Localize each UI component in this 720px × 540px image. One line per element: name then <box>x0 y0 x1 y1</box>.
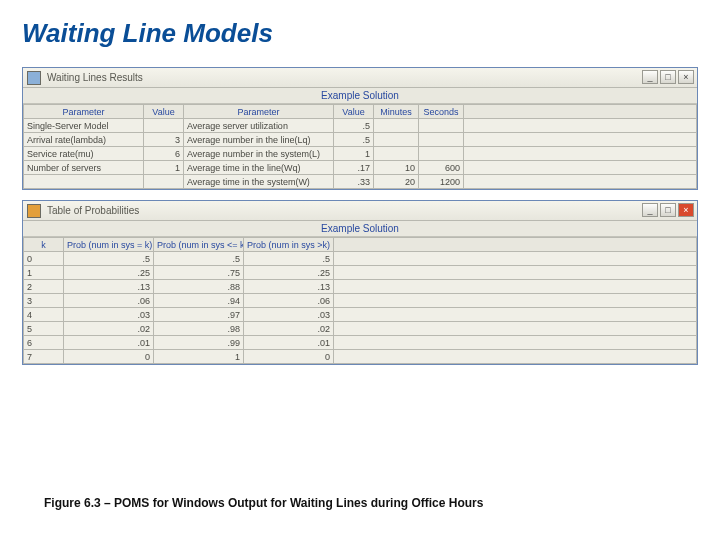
table-row: 6.01.99.01 <box>24 336 697 350</box>
table-cell: 1 <box>154 350 244 364</box>
table-cell: 4 <box>24 308 64 322</box>
table-cell: .5 <box>334 119 374 133</box>
table-cell <box>464 147 697 161</box>
table-cell: Average time in the line(Wq) <box>184 161 334 175</box>
table-cell: .17 <box>334 161 374 175</box>
table-cell: 1 <box>144 161 184 175</box>
table-cell <box>334 294 697 308</box>
results-table: Parameter Value Parameter Value Minutes … <box>23 104 697 189</box>
table-cell: 2 <box>24 280 64 294</box>
prob-header-row: k Prob (num in sys = k) Prob (num in sys… <box>24 238 697 252</box>
table-cell <box>464 175 697 189</box>
col-seconds: Seconds <box>419 105 464 119</box>
table-cell <box>374 133 419 147</box>
table-cell: .03 <box>64 308 154 322</box>
close-button[interactable]: × <box>678 70 694 84</box>
col-value-2: Value <box>334 105 374 119</box>
app-icon <box>27 204 41 218</box>
col-k: k <box>24 238 64 252</box>
table-cell: .5 <box>334 133 374 147</box>
table-cell: .99 <box>154 336 244 350</box>
table-cell <box>334 308 697 322</box>
table-cell: .88 <box>154 280 244 294</box>
table-cell: .25 <box>244 266 334 280</box>
table-cell: 1 <box>334 147 374 161</box>
table-cell: Average number in the line(Lq) <box>184 133 334 147</box>
table-cell: 0 <box>24 252 64 266</box>
prob-subtitle: Example Solution <box>23 221 697 237</box>
col-parameter-2: Parameter <box>184 105 334 119</box>
table-cell: .5 <box>64 252 154 266</box>
table-row: 2.13.88.13 <box>24 280 697 294</box>
table-row: Single-Server ModelAverage server utiliz… <box>24 119 697 133</box>
table-row: 1.25.75.25 <box>24 266 697 280</box>
app-icon <box>27 71 41 85</box>
col-prob-gt: Prob (num in sys >k) <box>244 238 334 252</box>
maximize-button[interactable]: □ <box>660 70 676 84</box>
results-window: Waiting Lines Results _ □ × Example Solu… <box>22 67 698 190</box>
minimize-button[interactable]: _ <box>642 70 658 84</box>
table-cell <box>334 252 697 266</box>
table-cell <box>24 175 144 189</box>
table-cell: .98 <box>154 322 244 336</box>
table-cell: 1 <box>24 266 64 280</box>
col-fill <box>334 238 697 252</box>
table-cell: .06 <box>64 294 154 308</box>
col-parameter-1: Parameter <box>24 105 144 119</box>
table-cell: 600 <box>419 161 464 175</box>
table-cell: .02 <box>64 322 154 336</box>
table-cell: Average time in the system(W) <box>184 175 334 189</box>
col-prob-eq: Prob (num in sys = k) <box>64 238 154 252</box>
table-cell: .06 <box>244 294 334 308</box>
table-cell: .94 <box>154 294 244 308</box>
window-controls: _ □ × <box>642 203 694 217</box>
table-cell: .25 <box>64 266 154 280</box>
table-cell: .5 <box>244 252 334 266</box>
table-cell: Single-Server Model <box>24 119 144 133</box>
table-cell: 5 <box>24 322 64 336</box>
table-cell <box>464 133 697 147</box>
col-prob-le: Prob (num in sys <= k) <box>154 238 244 252</box>
table-row: 5.02.98.02 <box>24 322 697 336</box>
results-header-row: Parameter Value Parameter Value Minutes … <box>24 105 697 119</box>
table-cell: .03 <box>244 308 334 322</box>
table-row: Arrival rate(lambda)3Average number in t… <box>24 133 697 147</box>
minimize-button[interactable]: _ <box>642 203 658 217</box>
table-cell: .13 <box>244 280 334 294</box>
results-subtitle: Example Solution <box>23 88 697 104</box>
table-cell: .97 <box>154 308 244 322</box>
table-cell: .01 <box>64 336 154 350</box>
table-row: Average time in the system(W).33201200 <box>24 175 697 189</box>
table-cell <box>144 119 184 133</box>
page-title: Waiting Line Models <box>22 18 698 49</box>
table-row: 0.5.5.5 <box>24 252 697 266</box>
table-cell <box>144 175 184 189</box>
probabilities-window: Table of Probabilities _ □ × Example Sol… <box>22 200 698 365</box>
table-cell: 0 <box>244 350 334 364</box>
prob-window-title: Table of Probabilities <box>47 205 139 216</box>
table-cell <box>334 322 697 336</box>
table-cell: 3 <box>24 294 64 308</box>
table-cell <box>334 266 697 280</box>
table-cell: 6 <box>24 336 64 350</box>
table-cell <box>334 350 697 364</box>
table-cell: 20 <box>374 175 419 189</box>
table-cell: .01 <box>244 336 334 350</box>
table-cell: .33 <box>334 175 374 189</box>
table-cell: .5 <box>154 252 244 266</box>
table-cell: 7 <box>24 350 64 364</box>
table-cell: 3 <box>144 133 184 147</box>
table-cell: .02 <box>244 322 334 336</box>
col-minutes: Minutes <box>374 105 419 119</box>
col-fill <box>464 105 697 119</box>
table-cell: Number of servers <box>24 161 144 175</box>
maximize-button[interactable]: □ <box>660 203 676 217</box>
table-cell: 0 <box>64 350 154 364</box>
table-row: 7010 <box>24 350 697 364</box>
window-controls: _ □ × <box>642 70 694 84</box>
close-button[interactable]: × <box>678 203 694 217</box>
table-cell <box>334 280 697 294</box>
figure-caption: Figure 6.3 – POMS for Windows Output for… <box>44 496 483 510</box>
table-cell: Service rate(mu) <box>24 147 144 161</box>
table-cell: 6 <box>144 147 184 161</box>
